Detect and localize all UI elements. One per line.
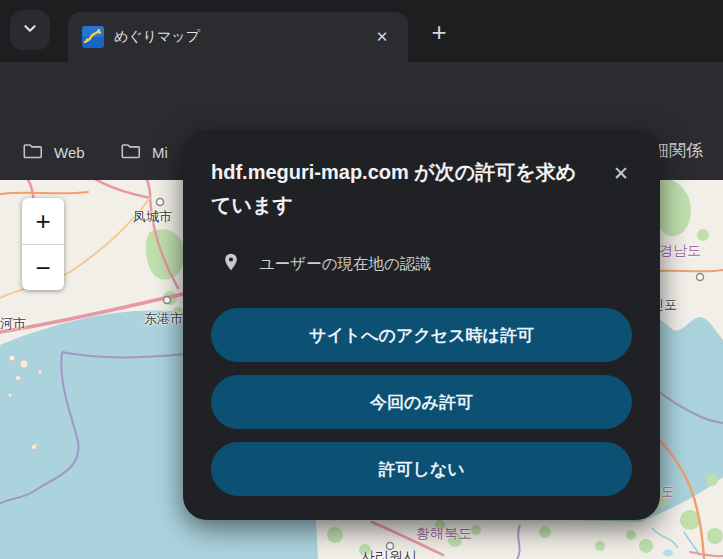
- map-zoom-control: + −: [22, 198, 64, 290]
- dialog-title: hdf.meguri-map.com が次の許可を求めています: [211, 156, 591, 222]
- folder-icon: [120, 140, 142, 165]
- location-pin-icon: [221, 250, 241, 278]
- map-label: 황해북도: [416, 525, 472, 543]
- folder-icon: [22, 140, 44, 165]
- map-label: 凤城市: [133, 208, 172, 226]
- dialog-buttons: サイトへのアクセス時は許可 今回のみ許可 許可しない: [211, 308, 632, 496]
- map-label: 河市: [0, 315, 26, 333]
- permission-row: ユーザーの現在地の認識: [221, 250, 632, 278]
- tab-title: めぐりマップ: [114, 28, 360, 46]
- allow-this-time-button[interactable]: 今回のみ許可: [211, 375, 632, 429]
- permission-text: ユーザーの現在地の認識: [259, 254, 431, 275]
- chevron-down-icon: [19, 17, 41, 43]
- toolbar: hdf.meguri-map.com/map: [0, 62, 723, 124]
- tab-search-button[interactable]: [10, 10, 50, 50]
- tab-strip: めぐりマップ ✕ +: [0, 0, 723, 62]
- map-label: 东港市: [144, 310, 183, 328]
- allow-on-visit-button[interactable]: サイトへのアクセス時は許可: [211, 308, 632, 362]
- tab-close-icon[interactable]: ✕: [370, 25, 394, 49]
- bookmark-folder-web[interactable]: Web: [22, 138, 85, 166]
- new-tab-button[interactable]: +: [420, 13, 458, 51]
- zoom-out-button[interactable]: −: [22, 245, 64, 290]
- bookmark-label: Mi: [152, 144, 168, 161]
- map-label: 도: [661, 483, 674, 501]
- bookmark-folder-mi[interactable]: Mi: [120, 138, 168, 166]
- dialog-close-button[interactable]: ✕: [608, 160, 634, 186]
- site-favicon-icon: [82, 26, 104, 48]
- permission-dialog: hdf.meguri-map.com が次の許可を求めています ✕ ユーザーの現…: [183, 130, 660, 520]
- map-label: 사리원시: [361, 548, 417, 559]
- bookmark-label: Web: [54, 144, 85, 161]
- tab-meguri-map[interactable]: めぐりマップ ✕: [68, 12, 408, 62]
- zoom-in-button[interactable]: +: [22, 198, 64, 244]
- deny-button[interactable]: 許可しない: [211, 442, 632, 496]
